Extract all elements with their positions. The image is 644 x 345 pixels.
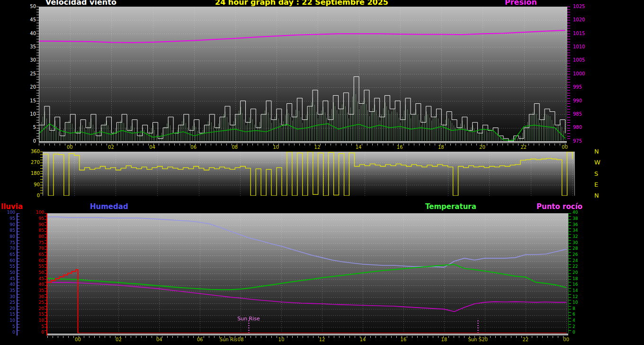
humidity-temperature-dew-rain-chart (47, 213, 569, 333)
bottom-x-axis-label: 00 (563, 337, 569, 342)
compass-letter-E-3: E (594, 182, 598, 188)
humidity-legend-label: Humedad (90, 203, 128, 211)
temperature-y-tick: 22 (572, 264, 578, 269)
humidity-y-tick: 75 (10, 241, 15, 245)
top-x-axis-label: 08 (232, 145, 238, 150)
direction-y-tick: 180 (31, 171, 40, 176)
humidity-y-tick: 20 (10, 307, 15, 311)
bottom-x-axis-label: 02 (116, 337, 122, 342)
rain-y-tick: 5 (41, 325, 44, 329)
top-x-axis-label: 12 (314, 145, 321, 150)
humidity-y-tick: 90 (10, 223, 15, 227)
sun-set-axis-label: Sun S (468, 337, 482, 342)
pressure-y-tick: 975 (573, 138, 582, 144)
wind-y-tick: 25 (30, 71, 36, 76)
pressure-y-tick: 1005 (573, 57, 585, 63)
rain-y-tick: 100 (36, 210, 44, 215)
wind-y-tick: 45 (30, 17, 36, 22)
pressure-y-tick: 1015 (573, 31, 585, 36)
rain-y-tick: 20 (39, 307, 44, 311)
temperature-y-tick: 12 (572, 295, 578, 300)
rain-y-tick: 80 (39, 235, 44, 239)
direction-y-tick: 270 (31, 160, 40, 165)
humidity-y-tick: 55 (10, 264, 15, 269)
temperature-y-tick: 36 (572, 223, 578, 227)
temperature-y-tick: 2 (572, 325, 575, 329)
temperature-y-tick: 8 (572, 307, 575, 311)
compass-letter-W-1: W (594, 159, 600, 166)
temperature-y-tick: 26 (572, 253, 578, 257)
humidity-y-tick: 45 (10, 277, 15, 281)
temperature-y-tick: 20 (572, 271, 578, 275)
top-x-axis-label: 14 (356, 145, 362, 150)
humidity-y-tick: 10 (10, 318, 15, 323)
rain-y-tick: 10 (39, 318, 44, 323)
rain-y-tick: 70 (39, 246, 44, 251)
wind-axis-ticks (36, 7, 39, 141)
temperature-y-tick: 16 (572, 282, 578, 287)
sun-rise-annotation: Sun Rise (237, 316, 260, 322)
temperature-y-tick: 0 (572, 330, 575, 335)
rain-y-tick: 65 (39, 253, 44, 257)
humidity-y-tick: 0 (12, 330, 15, 335)
top-x-axis-label: 20 (479, 145, 485, 150)
pressure-title: Presión (505, 0, 537, 7)
dew-point-legend-label: Punto rocío (537, 203, 582, 211)
bottom-x-axis-label: 10 (278, 337, 285, 342)
temperature-y-tick: 18 (572, 277, 578, 281)
temperature-y-tick: 24 (572, 259, 578, 263)
rain-y-tick: 60 (39, 259, 44, 263)
temperature-y-tick: 40 (572, 210, 578, 215)
rain-y-tick: 85 (39, 228, 44, 233)
wind-y-tick: 20 (30, 84, 36, 90)
rain-y-tick: 90 (39, 223, 44, 227)
pressure-axis-ticks (567, 7, 570, 141)
top-x-axis-ticks (39, 144, 567, 145)
wind-direction-chart (43, 152, 575, 196)
bottom-x-axis-ticks (47, 336, 568, 338)
humidity-y-tick: 95 (10, 217, 15, 221)
pressure-y-tick: 1000 (573, 71, 585, 76)
rain-axis-line (46, 213, 47, 336)
rain-y-tick: 55 (39, 264, 44, 269)
temperature-y-tick: 10 (572, 300, 578, 305)
wind-speed-pressure-chart (39, 7, 567, 141)
wind-y-tick: 5 (33, 125, 36, 130)
bottom-x-axis-label: 16 (401, 337, 407, 342)
compass-letter-N-4: N (594, 192, 599, 199)
bottom-x-axis-label: 12 (319, 337, 325, 342)
rain-y-tick: 15 (39, 312, 44, 317)
top-x-axis-label: 06 (190, 145, 197, 150)
pressure-y-tick: 995 (573, 84, 582, 90)
direction-axis-ticks (40, 152, 43, 196)
wind-y-tick: 35 (30, 44, 36, 49)
humidity-y-tick: 15 (10, 312, 15, 317)
pressure-y-tick: 980 (573, 125, 582, 130)
sun-rise-axis-label: Sun Ris (220, 337, 237, 342)
direction-y-tick: 90 (34, 182, 40, 187)
top-x-axis-label: 16 (397, 145, 403, 150)
wind-y-tick: 50 (30, 4, 36, 9)
temperature-y-tick: 6 (572, 312, 575, 317)
rain-y-tick: 30 (39, 295, 44, 300)
wind-y-tick: 10 (30, 111, 36, 117)
wind-y-tick: 30 (30, 57, 36, 63)
temperature-y-tick: 32 (572, 235, 578, 239)
top-x-axis-label: 22 (520, 145, 527, 150)
temperature-axis-ticks (569, 213, 571, 333)
humidity-y-tick: 60 (10, 259, 15, 263)
humidity-y-tick: 40 (10, 282, 15, 287)
pressure-y-tick: 1020 (573, 17, 585, 22)
rain-y-tick: 75 (39, 241, 44, 245)
pressure-y-tick: 985 (573, 111, 582, 117)
wind-speed-title: Velocidad viento (45, 0, 116, 7)
wind-y-tick: 15 (30, 98, 36, 103)
humidity-y-tick: 30 (10, 295, 15, 300)
temperature-y-tick: 38 (572, 217, 578, 221)
rain-y-tick: 25 (39, 300, 44, 305)
bottom-x-axis-label: 00 (75, 337, 81, 342)
humidity-y-tick: 100 (7, 210, 15, 215)
pressure-y-tick: 990 (573, 98, 582, 103)
bottom-x-axis-label: 18 (441, 337, 447, 342)
bottom-x-axis-label: 06 (197, 337, 203, 342)
